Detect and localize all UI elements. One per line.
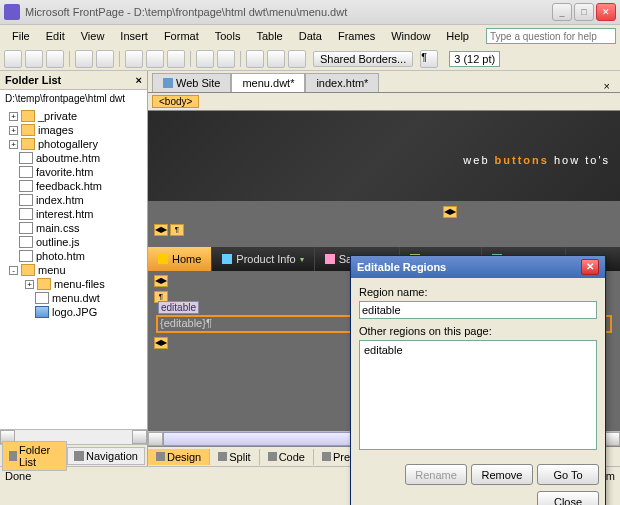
banner: web buttons how to's (148, 111, 620, 201)
view-design[interactable]: Design (148, 449, 210, 465)
tree-toggle[interactable]: - (9, 266, 18, 275)
tree-item[interactable]: photo.htm (0, 249, 147, 263)
open-button[interactable] (25, 50, 43, 68)
tree-item[interactable]: outline.js (0, 235, 147, 249)
view-split[interactable]: Split (210, 449, 259, 465)
tree-toggle[interactable]: + (25, 280, 34, 289)
region-marker[interactable]: ¶ (170, 224, 184, 236)
tree-toggle[interactable]: + (9, 112, 18, 121)
save-button[interactable] (46, 50, 64, 68)
preview-button[interactable] (96, 50, 114, 68)
menu-view[interactable]: View (73, 28, 113, 44)
scroll-right-button[interactable] (132, 430, 147, 444)
paste-button[interactable] (167, 50, 185, 68)
tree-item[interactable]: menu.dwt (0, 291, 147, 305)
goto-button[interactable]: Go To (537, 464, 599, 485)
design-icon (156, 452, 165, 461)
menu-data[interactable]: Data (291, 28, 330, 44)
tree-toggle[interactable]: + (9, 126, 18, 135)
remove-button[interactable]: Remove (471, 464, 533, 485)
menu-file[interactable]: File (4, 28, 38, 44)
tab-web-site[interactable]: Web Site (152, 73, 231, 92)
toolbar: Shared Borders... ¶ 3 (12 pt) (0, 47, 620, 71)
menu-tools[interactable]: Tools (207, 28, 249, 44)
list-item[interactable]: editable (362, 343, 594, 357)
cut-button[interactable] (125, 50, 143, 68)
folder-tree[interactable]: +_private+images+photogalleryaboutme.htm… (0, 107, 147, 429)
tree-item[interactable]: aboutme.htm (0, 151, 147, 165)
regions-listbox[interactable]: editable (359, 340, 597, 450)
insert-button[interactable] (246, 50, 264, 68)
scroll-right-button[interactable] (605, 432, 620, 446)
folder-list-close-icon[interactable]: × (136, 74, 142, 86)
region-marker[interactable]: ◀▶ (154, 224, 168, 236)
menu-bar: File Edit View Insert Format Tools Table… (0, 25, 620, 47)
region-marker[interactable]: ◀▶ (154, 337, 168, 349)
tab-index-htm[interactable]: index.htm* (305, 73, 379, 92)
editable-region-label[interactable]: editable (158, 301, 199, 314)
tree-item[interactable]: index.htm (0, 193, 147, 207)
tree-item[interactable]: main.css (0, 221, 147, 235)
menu-table[interactable]: Table (248, 28, 290, 44)
other-regions-label: Other regions on this page: (359, 325, 597, 337)
tree-item[interactable]: feedback.htm (0, 179, 147, 193)
tree-item[interactable]: +_private (0, 109, 147, 123)
tree-item[interactable]: favorite.htm (0, 165, 147, 179)
rename-button: Rename (405, 464, 467, 485)
tab-folder-list[interactable]: Folder List (2, 441, 67, 471)
tab-navigation[interactable]: Navigation (67, 447, 145, 465)
tree-item[interactable]: -menu (0, 263, 147, 277)
tree-item-label: main.css (36, 222, 79, 234)
tree-item[interactable]: +menu-files (0, 277, 147, 291)
separator (69, 51, 70, 67)
menu-insert[interactable]: Insert (112, 28, 156, 44)
publish-button[interactable] (75, 50, 93, 68)
tab-menu-dwt[interactable]: menu.dwt* (231, 73, 305, 92)
region-name-input[interactable] (359, 301, 597, 319)
folder-path[interactable]: D:\temp\frontpage\html dwt (0, 90, 147, 107)
close-button[interactable]: ✕ (596, 3, 616, 21)
maximize-button[interactable]: □ (574, 3, 594, 21)
tree-item-label: photogallery (38, 138, 98, 150)
menu-help[interactable]: Help (438, 28, 477, 44)
font-size-select[interactable]: 3 (12 pt) (449, 51, 500, 67)
region-marker[interactable]: ◀▶ (443, 206, 457, 218)
layer-button[interactable] (288, 50, 306, 68)
dialog-close-button[interactable]: ✕ (581, 259, 599, 275)
nav-product-info[interactable]: Product Info▾ (212, 247, 314, 271)
app-icon (4, 4, 20, 20)
nav-home[interactable]: Home (148, 247, 212, 271)
breadcrumb-body[interactable]: <body> (152, 95, 199, 108)
tabs-close-icon[interactable]: × (598, 80, 616, 92)
menu-window[interactable]: Window (383, 28, 438, 44)
tree-item[interactable]: logo.JPG (0, 305, 147, 319)
menu-edit[interactable]: Edit (38, 28, 73, 44)
minimize-button[interactable]: _ (552, 3, 572, 21)
dialog-title-bar[interactable]: Editable Regions ✕ (351, 256, 605, 278)
shared-borders-button[interactable]: Shared Borders... (313, 51, 413, 67)
tree-item-label: menu (38, 264, 66, 276)
dialog-title: Editable Regions (357, 261, 446, 273)
undo-button[interactable] (196, 50, 214, 68)
folder-list-title: Folder List (5, 74, 61, 86)
table-button[interactable] (267, 50, 285, 68)
menu-frames[interactable]: Frames (330, 28, 383, 44)
document-tabs: Web Site menu.dwt* index.htm* × (148, 71, 620, 93)
tree-item[interactable]: interest.htm (0, 207, 147, 221)
close-dialog-button[interactable]: Close (537, 491, 599, 505)
region-marker[interactable]: ◀▶ (154, 275, 168, 287)
pilcrow-button[interactable]: ¶ (420, 50, 438, 68)
help-input[interactable] (486, 28, 616, 44)
new-button[interactable] (4, 50, 22, 68)
redo-button[interactable] (217, 50, 235, 68)
menu-format[interactable]: Format (156, 28, 207, 44)
tree-item[interactable]: +images (0, 123, 147, 137)
tree-item[interactable]: +photogallery (0, 137, 147, 151)
chevron-down-icon: ▾ (300, 255, 304, 264)
copy-button[interactable] (146, 50, 164, 68)
scroll-left-button[interactable] (148, 432, 163, 446)
tree-toggle[interactable]: + (9, 140, 18, 149)
preview-icon (322, 452, 331, 461)
view-code[interactable]: Code (260, 449, 314, 465)
help-search[interactable] (486, 28, 616, 44)
